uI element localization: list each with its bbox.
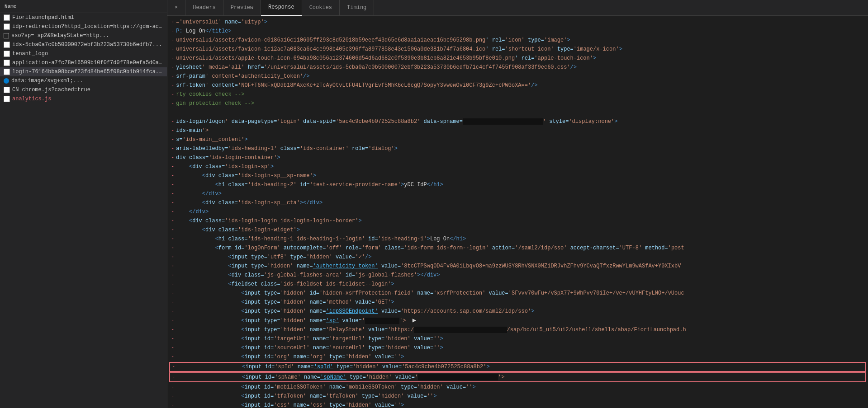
sidebar-item-tenant[interactable]: tenant_logo: [0, 49, 167, 58]
sidebar-item-data[interactable]: data:image/svg+xml;...: [0, 76, 167, 85]
code-line: - <input id='sourceUrl' name='sourceUrl'…: [167, 343, 868, 352]
page-icon: [4, 96, 10, 102]
code-line: - <input type='hidden' name='RelayState'…: [167, 325, 868, 334]
response-content[interactable]: -='universalui' name='uityp'>-P: Log On<…: [167, 16, 868, 408]
code-line: -universalui/assets/favicon-1c12ac7a083c…: [167, 45, 868, 54]
sidebar-header: Name: [0, 0, 167, 13]
line-dash: -: [171, 18, 174, 26]
sidebar-item-label: login-76164bba98bcef23fd84be65f08c9b1b91…: [12, 69, 163, 75]
close-icon: ×: [175, 5, 178, 11]
code-line: - <input id='spName' name='spName' type=…: [169, 372, 866, 382]
line-dash: -: [171, 90, 174, 98]
line-content: <input type='hidden' name='sp' value=' '…: [176, 316, 416, 325]
line-content: rty cookies check -->: [176, 90, 244, 98]
code-line: - </div>: [167, 189, 868, 198]
line-dash: -: [171, 154, 174, 162]
line-dash: -: [171, 36, 174, 44]
line-content: </div>: [176, 190, 222, 198]
line-content: ylesheet' media='all' href='/universalui…: [176, 63, 577, 71]
line-dash: -: [171, 392, 174, 400]
line-content: universalui/assets/favicon-1c12ac7a083ca…: [176, 45, 622, 53]
sidebar-item-fiori[interactable]: FioriLaunchpad.html: [0, 13, 167, 22]
code-line: - <input id='mobileSSOToken' name='mobil…: [167, 383, 868, 392]
line-dash: -: [171, 45, 174, 53]
radio-icon: [4, 78, 9, 84]
sidebar-item-login[interactable]: login-76164bba98bcef23fd84be65f08c9b1b91…: [0, 67, 167, 76]
sidebar-item-cn[interactable]: CN_chrome.js?cached=true: [0, 85, 167, 94]
code-line: - <div class='ids-login-login ids-login-…: [167, 216, 868, 225]
line-dash: -: [171, 217, 174, 225]
line-dash: -: [171, 235, 174, 243]
sidebar-item-sso[interactable]: sso?sp= sp2&RelayState=http...: [0, 31, 167, 40]
line-content: srf-token' content='NOF+T6NkFxQDdb18MAxc…: [176, 81, 537, 89]
code-line: - <form id='logOnForm' autocomplete='off…: [167, 244, 868, 253]
code-line: - <input id='tfaToken' name='tfaToken' t…: [167, 392, 868, 401]
line-content: </div>: [176, 208, 209, 216]
code-line: -universalui/assets/favicon-c0186a16c110…: [167, 36, 868, 45]
line-content: <h1 class='ids-heading-2' id='test-servi…: [176, 181, 443, 189]
sidebar-item-idp[interactable]: idp-redirection?httpd_location=https://g…: [0, 22, 167, 31]
code-line: - <h1 class='ids-heading-1 ids-heading-1…: [167, 234, 868, 244]
line-content: <input id='tfaToken' name='tfaToken' typ…: [176, 392, 436, 400]
code-line: -P: Log On</title>: [167, 27, 868, 36]
code-line: - <div class='ids-login-sp'>: [167, 162, 868, 171]
line-dash: -: [171, 190, 174, 198]
code-line: -gin protection check -->: [167, 99, 868, 108]
line-dash: -: [171, 136, 174, 144]
code-line: - <div class='ids-login-widget'>: [167, 225, 868, 234]
sidebar-item-label: data:image/svg+xml;...: [11, 78, 83, 84]
line-content: <input id='spId' name='spId' type='hidde…: [177, 363, 489, 371]
code-line: - <input type='utf8' type='hidden' value…: [167, 253, 868, 262]
sidebar-item-label: CN_chrome.js?cached=true: [12, 87, 90, 93]
line-dash: -: [171, 181, 174, 189]
tab-cookies[interactable]: Cookies: [302, 0, 340, 16]
code-line: - <input type='hidden' id='hidden-xsrfPr…: [167, 289, 868, 298]
code-line: - <input type='hidden' name='idpSSOEndpo…: [167, 307, 868, 316]
sidebar-item-analytics[interactable]: analytics.js: [0, 94, 167, 103]
sidebar-item-ids[interactable]: ids-5cba0a7c0b50000072ebf3b223a53730b6ed…: [0, 40, 167, 49]
page-icon: [4, 42, 10, 48]
code-line: - <input id='css' name='css' type='hidde…: [167, 401, 868, 408]
page-icon: [4, 23, 10, 30]
line-dash: -: [171, 226, 174, 234]
sidebar-item-label: tenant_logo: [12, 51, 48, 57]
line-dash: -: [171, 262, 174, 270]
line-dash: -: [171, 117, 174, 126]
line-dash: -: [171, 81, 174, 89]
line-dash: -: [171, 401, 174, 408]
line-dash: -: [171, 63, 174, 71]
line-dash: -: [171, 54, 174, 62]
code-line: - <input type='hidden' name='authenticit…: [167, 262, 868, 271]
code-line: -srf-token' content='NOF+T6NkFxQDdb18MAx…: [167, 81, 868, 90]
line-content: <input type='hidden' name='RelayState' v…: [176, 326, 686, 334]
line-dash: -: [171, 344, 174, 352]
sidebar-list: FioriLaunchpad.html idp-redirection?http…: [0, 13, 167, 408]
code-line: - <h1 class='ids-heading-2' id='test-ser…: [167, 180, 868, 189]
tab-headers[interactable]: Headers: [185, 0, 223, 16]
sidebar: Name FioriLaunchpad.html idp-redirection…: [0, 0, 167, 408]
sidebar-item-application[interactable]: application-a7fc78e16509b10f0f7d0f78e0ef…: [0, 58, 167, 67]
code-line: - <input id='targetUrl' name='targetUrl'…: [167, 334, 868, 343]
line-dash: -: [171, 298, 174, 306]
check-icon: [4, 33, 9, 38]
line-content: <div class='ids-login-widget'>: [176, 226, 300, 234]
line-content: <input id='css' name='css' type='hidden'…: [176, 401, 404, 408]
line-content: ids-login/logon' data-pagetype='Login' d…: [176, 117, 617, 126]
code-line: -s='ids-main__content'>: [167, 135, 868, 144]
line-dash: -: [171, 316, 174, 324]
code-line: -aria-labelledby='ids-heading-1' class='…: [167, 144, 868, 153]
tab-close-btn[interactable]: ×: [167, 0, 185, 16]
line-content: srf-param' content='authenticity_token'/…: [176, 72, 309, 80]
line-dash: -: [171, 27, 174, 35]
line-content: <input id='mobileSSOToken' name='mobileS…: [176, 383, 476, 391]
tab-timing[interactable]: Timing: [340, 0, 374, 16]
line-content: <input id='targetUrl' name='targetUrl' t…: [176, 335, 443, 343]
page-icon: [4, 14, 10, 21]
sidebar-item-label: sso?sp= sp2&RelayState=http...: [11, 33, 109, 39]
line-content: <input id='spName' name='spName' type='h…: [177, 373, 504, 381]
tab-response[interactable]: Response: [261, 0, 302, 16]
sidebar-item-label: FioriLaunchpad.html: [12, 14, 74, 21]
tab-preview[interactable]: Preview: [223, 0, 261, 16]
line-content: aria-labelledby='ids-heading-1' class='i…: [176, 145, 398, 153]
line-content: <div class='ids-login-sp__cta'></div>: [176, 199, 323, 207]
